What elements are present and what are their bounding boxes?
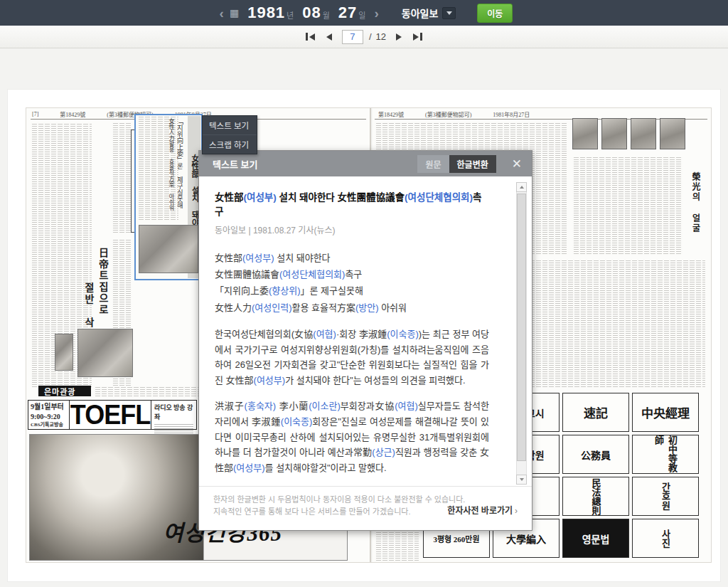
selected-article-subhead: 「지위向上委」론 제구실못해	[176, 118, 185, 218]
portraits-row	[572, 118, 685, 149]
classified-ad: 사진	[632, 519, 699, 558]
selected-article-subhead2: 女性人力활용 효율적方案 아쉬워	[167, 118, 175, 218]
triangle-left-icon	[309, 33, 315, 41]
page-separator: /	[369, 31, 372, 42]
popup-footer: 한자의 한글변환 시 두음법칙이나 동자이음 적용이 다소 불완전할 수 있습니…	[199, 486, 532, 530]
chevron-right-icon: ›	[515, 506, 518, 516]
issue-number: 第18429號	[60, 110, 85, 118]
article-subhead: 女性團體協議會(여성단체협의회)촉구	[215, 266, 489, 282]
popup-scrollbar[interactable]	[516, 183, 527, 484]
article-paragraph: 洪淑子(홍숙자) 李小蘭(이소란)부회장과女協(여협)실무자들도 참석한 자리에…	[215, 398, 489, 475]
toefl-logo: TOEFL	[70, 399, 151, 430]
toefl-station: CBS기독교방송	[31, 422, 67, 429]
newsprint-columns	[112, 122, 132, 233]
newspaper-select-value: 동아일보	[402, 6, 439, 20]
toefl-ad-schedule: 9월1일부터 9:00~9:20 CBS기독교방송	[28, 401, 70, 429]
date-day-label: 일	[358, 9, 365, 21]
photo-group	[77, 329, 133, 377]
last-page-button[interactable]	[412, 31, 424, 42]
article-title: 女性部(여성부) 설치 돼야한다 女性團體協議會(여성단체협의회)촉구	[215, 191, 489, 220]
prev-date-button[interactable]: ‹	[215, 6, 228, 20]
eunma-ad: 은마관광	[38, 386, 91, 396]
photo-portrait	[660, 118, 685, 149]
last-page-icon	[420, 33, 422, 41]
viewer-panel: [7] 第18429號 (第3種郵便物認可) 1981年8月27日 第18429…	[7, 89, 721, 582]
classified-ad: 民法總則	[562, 477, 629, 516]
gallery-vertical-label: 榮光의 얼굴	[687, 157, 702, 249]
triangle-right-icon	[413, 33, 419, 41]
print-date: 1981年8月27日	[493, 110, 530, 118]
newsprint-columns	[94, 386, 203, 396]
photo-portrait	[55, 334, 73, 371]
photo-portrait	[601, 118, 627, 149]
issue-number: 第18429號	[378, 110, 404, 118]
scrollbar-thumb[interactable]	[517, 194, 526, 461]
toefl-time: 9:00~9:20	[31, 412, 67, 422]
toefl-ad: 9월1일부터 9:00~9:20 CBS기독교방송 TOEFL 라디오 방송 강…	[28, 400, 197, 430]
date-year: 1981	[247, 4, 285, 22]
triangle-up-icon	[520, 186, 524, 189]
triangle-right-icon	[396, 33, 402, 41]
first-page-icon	[306, 33, 308, 41]
article-meta: 동아일보 | 1981.08.27 기사(뉴스)	[215, 223, 489, 236]
selected-article-region[interactable]: 女性部 설치 돼야한다 「지위向上委」론 제구실못해 女性人力활용 효율적方案 …	[134, 114, 203, 280]
page-number-print: [7]	[32, 111, 38, 117]
newsprint-columns	[572, 157, 682, 254]
original-text-button[interactable]: 원문	[417, 155, 449, 173]
page-number-input[interactable]	[342, 30, 363, 44]
classified-ad: 速記	[562, 393, 629, 432]
date-month: 08	[302, 4, 321, 22]
date-day: 27	[338, 4, 357, 22]
triangle-left-icon	[326, 33, 332, 41]
hanja-dictionary-link[interactable]: 한자사전 바로가기›	[447, 504, 518, 516]
next-date-button[interactable]: ›	[370, 6, 382, 20]
article-subhead: 女性部(여성부) 설치 돼야한다	[215, 250, 489, 266]
classified-ad: 中央經理	[632, 393, 699, 432]
chevron-down-icon	[446, 11, 452, 15]
close-icon[interactable]: ✕	[512, 157, 522, 171]
toefl-ad-right: 라디오 방송 강좌	[151, 401, 196, 429]
classified-ad: 간호원	[632, 477, 699, 516]
classified-ad: 初中等教師	[632, 435, 699, 474]
right-page-masthead: 第18429號 (第3種郵便物認可) 1981年8月27日	[378, 110, 530, 118]
article-paragraph: 한국여성단체협의회(女協(여협)·회장 李淑鍾(이숙종))는 최근 정부 여당에…	[215, 327, 489, 388]
article-subhead: 女性人力(여성인력)활용 효율적方案(방안) 아쉬워	[215, 300, 489, 316]
scroll-up-button[interactable]	[516, 182, 527, 192]
first-page-button[interactable]	[304, 31, 316, 42]
calendar-icon[interactable]: ▦	[230, 7, 239, 18]
hanja-dictionary-link-label: 한자사전 바로가기	[447, 506, 513, 516]
go-button[interactable]: 이동	[477, 4, 513, 23]
scroll-down-button[interactable]	[516, 475, 527, 485]
toefl-radio-label: 라디오 방송 강좌	[154, 403, 193, 421]
text-view-popup: 텍스트 보기 원문 한글변환 ✕ 女性部(여성부) 설치 돼야한다 女性團體協議…	[198, 150, 532, 531]
article-context-menu: 텍스트 보기 스크랩 하기	[202, 115, 257, 154]
article-subhead: 「지위向上委(향상위)」론 제구실못해	[215, 282, 489, 299]
hangul-convert-button[interactable]: 한글변환	[449, 155, 496, 173]
classified-ad: 公務員	[562, 435, 629, 474]
photo-portrait	[572, 118, 598, 149]
newspaper-dropdown-button[interactable]	[442, 7, 456, 19]
prev-page-button[interactable]	[325, 32, 333, 42]
photo-press-conference	[139, 225, 198, 273]
page-total-label: 12	[376, 31, 386, 42]
date-year-label: 년	[287, 9, 294, 21]
postal-note: (第3種郵便物認可)	[425, 110, 471, 118]
date-month-label: 월	[323, 9, 330, 21]
classified-ad: 영문법	[562, 519, 629, 558]
context-menu-view-text[interactable]: 텍스트 보기	[203, 116, 257, 134]
article-text-area: 女性部(여성부) 설치 돼야한다 女性團體協議會(여성단체협의회)촉구 동아일보…	[199, 176, 532, 486]
page-navigation-toolbar: / 12	[0, 26, 728, 48]
popup-header: 텍스트 보기 원문 한글변환 ✕	[199, 151, 532, 176]
triangle-down-icon	[520, 478, 524, 481]
date-navigation-header: ‹ ▦ 1981 년 08 월 27 일 › 동아일보 이동	[0, 0, 728, 26]
popup-title: 텍스트 보기	[213, 157, 417, 171]
next-page-button[interactable]	[395, 32, 403, 42]
photo-portrait	[631, 118, 656, 149]
context-menu-scrap[interactable]: 스크랩 하기	[203, 134, 257, 154]
toefl-start-date: 9월1일부터	[31, 402, 67, 412]
